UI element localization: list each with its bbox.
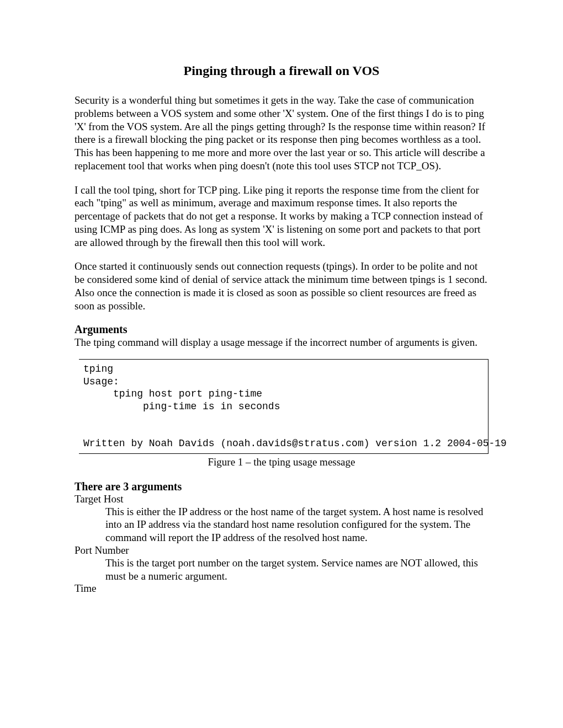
code-block-usage: tping Usage: tping host port ping-time p… — [79, 359, 488, 454]
arguments-intro: The tping command will display a usage m… — [75, 336, 488, 349]
page-title: Pinging through a firewall on VOS — [75, 63, 488, 78]
paragraph-behavior: Once started it continuously sends out c… — [75, 260, 488, 312]
argument-item: Time — [75, 582, 488, 595]
argument-name-target-host: Target Host — [75, 493, 488, 505]
section-heading-arguments: Arguments — [75, 323, 488, 336]
argument-name-port-number: Port Number — [75, 544, 488, 556]
paragraph-intro: Security is a wonderful thing but someti… — [75, 94, 488, 173]
document-page: Pinging through a firewall on VOS Securi… — [0, 0, 563, 595]
paragraph-tool-description: I call the tool tping, short for TCP pin… — [75, 184, 488, 249]
argument-item: Target Host This is either the IP addres… — [75, 493, 488, 544]
section-heading-three-arguments: There are 3 arguments — [75, 480, 488, 493]
argument-item: Port Number This is the target port numb… — [75, 544, 488, 583]
argument-name-time: Time — [75, 582, 488, 595]
argument-desc-port-number: This is the target port number on the ta… — [105, 556, 488, 583]
argument-desc-target-host: This is either the IP address or the hos… — [105, 505, 488, 544]
figure-caption: Figure 1 – the tping usage message — [75, 456, 488, 468]
